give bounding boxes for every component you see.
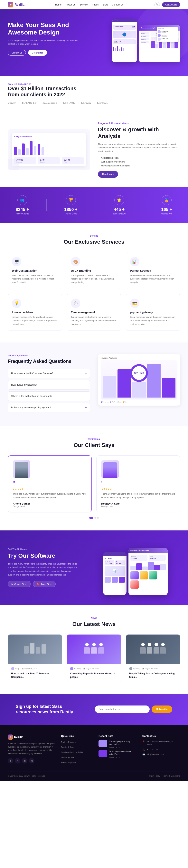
circle-chart: $21,178 [130, 364, 148, 382]
terms-link[interactable]: Terms & Conditions [163, 775, 180, 777]
footer-post-img-0 [98, 740, 107, 747]
analysis-left: Analytics Overview 75 ses Sessions [8, 129, 90, 170]
logo-icon: ✦ [8, 2, 13, 7]
footer-post-0: Business people working together for... … [98, 740, 136, 748]
service-name-4: Time management [71, 311, 117, 314]
stat-num-3: 165 + [161, 207, 172, 212]
hero-section: Make Your Sass And Awesome Design It is … [0, 9, 188, 76]
phone-card-1: 8.9 Crimson Blue Live streaming [113, 25, 136, 30]
news-body-0: Nelly 📅 August 16, 2021 How to build the… [8, 664, 62, 682]
analysis-inner-label: Analytics Overview [14, 135, 84, 137]
testimonial-tag: Testimonial [8, 438, 180, 440]
search-icon[interactable]: 🔍 [154, 2, 160, 7]
news-card-0: Nelly 📅 August 16, 2021 How to build the… [8, 634, 62, 682]
nav-contact[interactable]: Contact Us [112, 3, 123, 6]
footer-logo: ✦ Rezilla [8, 735, 55, 740]
logo: ✦ Rezilla [8, 2, 25, 7]
faq-title: Frequently Asked Questions [8, 359, 90, 364]
hero-desc: It is a long established fact that a rea… [8, 39, 82, 46]
news-date-1: 📅 August 16, 2021 [83, 668, 99, 670]
footer-post-title-1: Technology connection at online Part... [109, 750, 136, 756]
faq-item-0[interactable]: How to contact with Customer Services? + [8, 369, 90, 378]
nav-about[interactable]: About Us [66, 3, 75, 6]
faq-plus-0: + [85, 372, 87, 375]
stat-icon-0: 👥 [18, 195, 27, 205]
service-desc-4: Time management refers to the process of… [71, 315, 117, 326]
instagram-icon[interactable]: ig [29, 758, 34, 764]
dot-1[interactable] [94, 517, 96, 519]
service-name-3: Innovative Ideas [12, 311, 58, 314]
news-img-2 [126, 634, 180, 664]
nav-pages[interactable]: Pages [92, 3, 98, 6]
nav-blog[interactable]: Blog [103, 3, 107, 6]
services-section: Service Our Exclusive Services 🖥️ Web Cu… [0, 223, 188, 343]
get-started-button[interactable]: Get Started [28, 50, 47, 56]
subscribe-button[interactable]: Subscribe [152, 706, 173, 713]
linkedin-icon[interactable]: in [22, 758, 27, 764]
clients-logos: xerox TRANMAX Jewelance MIKRON Micron Au… [8, 101, 180, 105]
stat-item-0: 👥 8245 + Active Clients [15, 195, 29, 215]
phone-header-text: Crossing [112, 19, 118, 21]
privacy-policy-link[interactable]: Privacy Policy [148, 775, 160, 777]
client-logo-3: MIKRON [63, 101, 75, 105]
faq-chart-inner: $21,178 [101, 360, 178, 400]
get-quote-button[interactable]: Get A Quote [162, 2, 180, 7]
footer-bottom-links: Privacy Policy Terms & Conditions [148, 775, 180, 777]
news-body-2: Ry Nelly 📅 August 16, 2021 People Taking… [126, 664, 180, 682]
newsletter-email-input[interactable] [95, 706, 150, 713]
nav-service[interactable]: Service [80, 3, 88, 6]
stat-num-0: 8245 + [15, 207, 29, 212]
service-desc-3: Innovative ideas refer to novel and crea… [12, 315, 58, 326]
stat-icon-1: 🏆 [66, 195, 76, 205]
apple-store-button[interactable]: 🍎 Apple Store [33, 581, 56, 587]
try-nft-gallery [130, 571, 166, 589]
check-item-2: ✓Marketing research & analysis [98, 164, 180, 167]
analysis-section: Analytics Overview 75 ses Sessions [0, 112, 188, 187]
faq-right: Revenue Analytics $21,178 Revenue [98, 354, 180, 406]
footer-contact: Contact Us 📍 7307 Yorkshire Drive Hazel,… [143, 735, 180, 766]
footer-copyright: © Copyright 2023 rcilla All Rights Reser… [8, 775, 45, 777]
read-more-button[interactable]: Read More [98, 171, 118, 178]
analysis-title: Discover & growth with Analysis [98, 126, 180, 140]
dot-0[interactable] [89, 517, 93, 519]
test-avatar-0 [13, 460, 30, 478]
newsletter-left: Sign up for latest Sass resources news f… [15, 704, 79, 715]
faq-item-1[interactable]: How delete my account? + [8, 380, 90, 390]
news-meta-0: Nelly 📅 August 16, 2021 [11, 667, 59, 670]
try-left: Get The Software Try Our Software There … [8, 548, 83, 588]
news-img-1 [67, 634, 121, 664]
try-right: NFT Market Active Users $11,354 Revenue … [91, 540, 180, 595]
stat-num-2: 445 + [113, 207, 126, 212]
news-img-0 [8, 634, 62, 664]
footer-post-1: Technology connection at online Part... … [98, 750, 136, 758]
hero-title: Make Your Sass And Awesome Design [8, 21, 82, 36]
nav-home[interactable]: Home [55, 3, 62, 6]
navbar: ✦ Rezilla Home About Us Service Pages Bl… [0, 0, 188, 9]
analysis-chart [14, 140, 84, 155]
phone-icon: 📞 [143, 748, 145, 751]
client-logo-4: Micron [81, 101, 91, 105]
footer-link-1: Bundle & Save [61, 745, 93, 749]
test-card-0: " ★★★★★ There are many variations of our… [8, 455, 92, 512]
faq-item-2[interactable]: Where is the edit option on dashboard? + [8, 392, 90, 401]
hero-buttons: Contact Us Get Started [8, 50, 82, 56]
footer-post-title-0: Business people working together for... [109, 740, 136, 746]
footer-link-2: Continue Previous Guide [61, 750, 93, 754]
client-logo-1: TRANMAX [22, 101, 37, 105]
footer-link-0: Explore Products [61, 740, 93, 744]
test-role-1: Design Lead [101, 505, 175, 507]
stat-item-3: 🥇 165 + Awards Win [161, 195, 172, 215]
dot-2[interactable] [97, 517, 99, 519]
facebook-icon[interactable]: f [8, 758, 13, 764]
google-store-button[interactable]: ▶ Google Store [8, 581, 31, 587]
contact-us-button[interactable]: Contact Us [8, 50, 26, 56]
chart-label-2: Loss [117, 401, 122, 403]
faq-item-3[interactable]: Is there any customer pricing system? + [8, 403, 90, 412]
service-icon-1: 🎨 [71, 257, 80, 267]
footer-logo-text: Rezilla [14, 735, 24, 739]
stat-item-2: ⭐ 445 + 5pm Reviews [113, 195, 126, 215]
faq-plus-3: + [85, 406, 87, 409]
footer-quick-links: Quick Link Explore Products Bundle & Sav… [61, 735, 93, 766]
apple-icon: 🍎 [37, 583, 39, 585]
twitter-icon[interactable]: 𝕏 [15, 758, 20, 764]
